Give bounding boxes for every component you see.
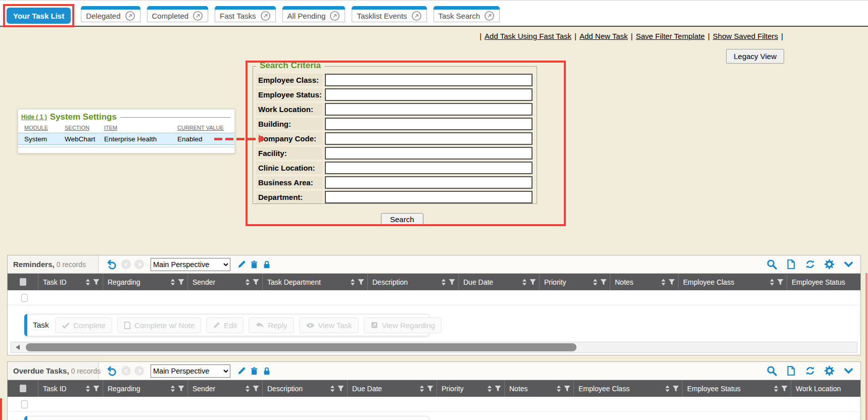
undo-icon[interactable]: [106, 365, 118, 377]
item-column-header[interactable]: ITEM: [104, 125, 177, 131]
filter-funnel-icon[interactable]: [495, 385, 501, 392]
filter-funnel-icon[interactable]: [672, 385, 679, 392]
collapse-chevron-icon[interactable]: [843, 259, 854, 270]
section-column-header[interactable]: SECTION: [65, 125, 104, 131]
refresh-icon[interactable]: [805, 259, 815, 270]
open-in-new-icon[interactable]: [329, 11, 340, 21]
edit-button[interactable]: Edit: [206, 318, 244, 333]
tab-completed[interactable]: Completed: [147, 6, 209, 22]
complete-with-note-button[interactable]: Complete w/ Note: [117, 318, 201, 333]
add-task-using-fast-task-link[interactable]: Add Task Using Fast Task: [485, 32, 571, 40]
filter-funnel-icon[interactable]: [253, 385, 259, 392]
tab-your-task-list[interactable]: Your Task List: [7, 8, 71, 24]
facility-input[interactable]: [325, 147, 533, 160]
sort-icon[interactable]: [556, 385, 561, 392]
lock-icon[interactable]: [262, 260, 271, 269]
gear-icon[interactable]: [824, 259, 835, 270]
sort-icon[interactable]: [85, 385, 90, 392]
search-button[interactable]: Search: [381, 213, 423, 226]
perspective-select[interactable]: Main Perspective: [151, 364, 230, 378]
edit-pencil-icon[interactable]: [237, 366, 246, 376]
scroll-left-arrow-icon[interactable]: [16, 345, 20, 350]
business-area-input[interactable]: [325, 176, 533, 189]
filter-funnel-icon[interactable]: [529, 279, 536, 286]
row-checkbox[interactable]: [21, 294, 28, 302]
edit-pencil-icon[interactable]: [237, 260, 246, 269]
filter-funnel-icon[interactable]: [564, 385, 570, 392]
column-header-employee-status[interactable]: Employee Status: [787, 274, 860, 290]
column-header-description[interactable]: Description: [263, 380, 348, 397]
open-in-new-icon[interactable]: [484, 11, 495, 21]
filter-funnel-icon[interactable]: [93, 385, 100, 392]
filter-funnel-icon[interactable]: [178, 279, 184, 286]
refresh-icon[interactable]: [805, 365, 815, 376]
perspective-select[interactable]: Main Perspective: [151, 258, 230, 271]
row-checkbox[interactable]: [21, 400, 28, 408]
collapse-chevron-icon[interactable]: [843, 365, 854, 376]
filter-funnel-icon[interactable]: [253, 279, 259, 286]
filter-funnel-icon[interactable]: [337, 385, 344, 392]
column-header-work-location[interactable]: Work Location: [791, 380, 860, 397]
department-input[interactable]: [325, 191, 533, 203]
horizontal-scrollbar[interactable]: [11, 342, 857, 353]
open-in-new-icon[interactable]: [125, 11, 135, 21]
open-in-new-icon[interactable]: [192, 11, 203, 21]
sort-icon[interactable]: [419, 385, 424, 392]
save-filter-template-link[interactable]: Save Filter Template: [636, 32, 705, 40]
clinic-location-input[interactable]: [325, 162, 533, 174]
new-document-icon[interactable]: [786, 259, 796, 270]
column-header-task-department[interactable]: Task Department: [263, 274, 368, 290]
tab-delegated[interactable]: Delegated: [81, 6, 140, 22]
column-header-description[interactable]: Description: [368, 274, 459, 290]
select-all-checkbox[interactable]: [20, 278, 26, 286]
sort-icon[interactable]: [665, 385, 670, 392]
previous-perspective-button[interactable]: [121, 259, 131, 269]
sort-icon[interactable]: [350, 279, 355, 286]
column-header-task-id[interactable]: Task ID: [38, 274, 103, 290]
legacy-view-button[interactable]: Legacy View: [726, 49, 784, 64]
sort-icon[interactable]: [245, 279, 250, 286]
filter-funnel-icon[interactable]: [600, 279, 607, 286]
filter-funnel-icon[interactable]: [668, 279, 675, 286]
sort-icon[interactable]: [441, 279, 446, 286]
sort-icon[interactable]: [769, 279, 775, 286]
system-settings-row[interactable]: System WebChart Enterprise Health Enable…: [18, 133, 234, 145]
filter-funnel-icon[interactable]: [781, 385, 788, 392]
column-header-sender[interactable]: Sender: [188, 274, 263, 290]
next-perspective-button[interactable]: [134, 366, 144, 376]
select-all-checkbox[interactable]: [20, 385, 26, 392]
new-document-icon[interactable]: [786, 365, 796, 376]
column-header-regarding[interactable]: Regarding: [103, 380, 188, 397]
sort-icon[interactable]: [661, 279, 666, 286]
open-in-new-icon[interactable]: [411, 11, 422, 21]
view-task-button[interactable]: View Task: [299, 318, 359, 333]
column-header-priority[interactable]: Priority: [437, 380, 505, 397]
undo-icon[interactable]: [106, 258, 118, 270]
filter-funnel-icon[interactable]: [178, 385, 184, 392]
tab-fast-tasks[interactable]: Fast Tasks: [215, 6, 275, 22]
sort-icon[interactable]: [245, 385, 250, 392]
complete-button[interactable]: Complete: [55, 318, 112, 333]
scrollbar-thumb[interactable]: [26, 343, 576, 351]
show-saved-filters-link[interactable]: Show Saved Filters: [713, 32, 778, 40]
filter-funnel-icon[interactable]: [427, 385, 433, 392]
employee-class-input[interactable]: [325, 74, 533, 86]
lock-icon[interactable]: [262, 366, 271, 376]
column-header-due-date[interactable]: Due Date: [459, 274, 540, 290]
column-header-notes[interactable]: Notes: [505, 380, 574, 397]
sort-icon[interactable]: [593, 279, 598, 286]
tab-tasklist-events[interactable]: Tasklist Events: [352, 6, 426, 22]
view-regarding-button[interactable]: View Regarding: [364, 318, 442, 333]
search-icon[interactable]: [766, 259, 777, 270]
column-header-notes[interactable]: Notes: [610, 274, 679, 290]
column-header-employee-status[interactable]: Employee Status: [683, 380, 791, 397]
trash-icon[interactable]: [250, 366, 259, 376]
employee-status-input[interactable]: [325, 88, 533, 101]
filter-funnel-icon[interactable]: [93, 279, 100, 286]
sort-icon[interactable]: [487, 385, 492, 392]
open-in-new-icon[interactable]: [260, 11, 271, 21]
filter-funnel-icon[interactable]: [358, 279, 364, 286]
current-value-column-header[interactable]: CURRENT VALUE: [177, 125, 234, 131]
trash-icon[interactable]: [250, 260, 259, 269]
column-header-due-date[interactable]: Due Date: [348, 380, 437, 397]
